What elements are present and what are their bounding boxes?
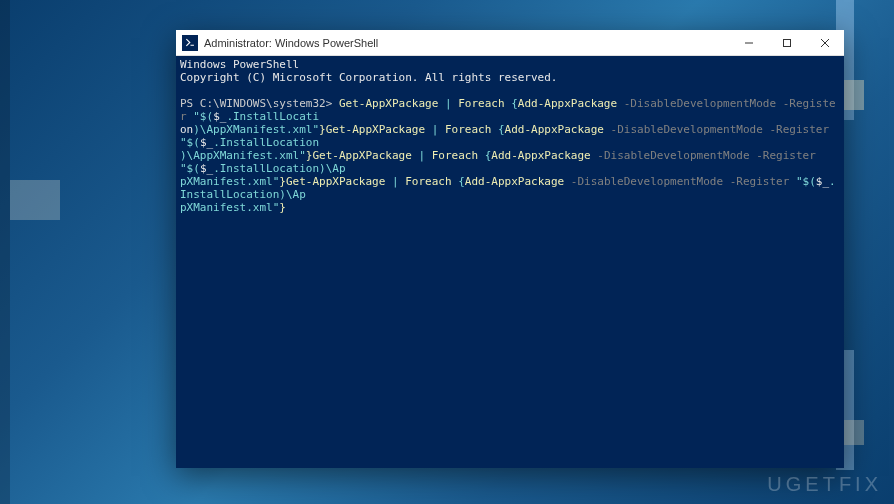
powershell-icon xyxy=(182,35,198,51)
minimize-button[interactable] xyxy=(730,30,768,55)
terminal-copyright: Copyright (C) Microsoft Corporation. All… xyxy=(180,71,840,84)
bg-decoration xyxy=(10,180,60,220)
bg-decoration xyxy=(0,0,10,504)
terminal-command-line: )\AppXManifest.xml"}Get-AppXPackage | Fo… xyxy=(180,149,840,175)
svg-rect-1 xyxy=(784,39,791,46)
terminal-command-line: PS C:\WINDOWS\system32> Get-AppXPackage … xyxy=(180,97,840,123)
powershell-window: Administrator: Windows PowerShell Window… xyxy=(176,30,844,468)
window-title: Administrator: Windows PowerShell xyxy=(204,37,730,49)
terminal-prompt: PS C:\WINDOWS\system32> xyxy=(180,97,339,110)
terminal-command-line: pXManifest.xml"} xyxy=(180,201,840,214)
window-controls xyxy=(730,30,844,55)
terminal-output[interactable]: Windows PowerShellCopyright (C) Microsof… xyxy=(176,56,844,468)
window-titlebar[interactable]: Administrator: Windows PowerShell xyxy=(176,30,844,56)
terminal-header: Windows PowerShell xyxy=(180,58,840,71)
maximize-button[interactable] xyxy=(768,30,806,55)
terminal-command-line: pXManifest.xml"}Get-AppXPackage | Foreac… xyxy=(180,175,840,201)
close-button[interactable] xyxy=(806,30,844,55)
terminal-command-line: on)\AppXManifest.xml"}Get-AppXPackage | … xyxy=(180,123,840,149)
terminal-blank xyxy=(180,84,840,97)
watermark-text: UGETFIX xyxy=(767,473,882,496)
